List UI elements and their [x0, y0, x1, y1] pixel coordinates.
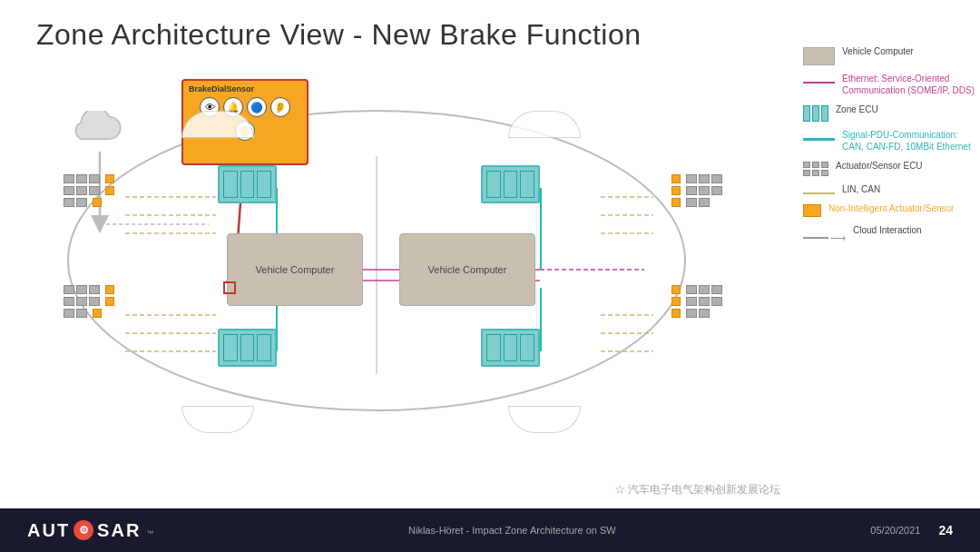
- footer: AUT ⚙ SAR ™ Niklas-Höret - Impact Zone A…: [0, 508, 980, 552]
- wheel-arch-front-left: [181, 406, 254, 433]
- left-bot-unit-row-3: [64, 309, 114, 318]
- logo-text-aut: AUT: [27, 520, 70, 541]
- zone-ecu-top-left: [218, 165, 277, 203]
- connections-overlay: [36, 65, 717, 456]
- legend-item-zone-ecu: Zone ECU: [803, 104, 980, 122]
- zone-ecu-top-right: [481, 165, 540, 203]
- legend-label-ethernet: Ethernet: Service-Oriented Communication…: [842, 73, 980, 96]
- right-side-units: [671, 174, 722, 318]
- footer-date: 05/20/2021: [870, 525, 920, 536]
- legend-label-nonintelligent: Non-Intelligent Actuator/Sensor: [828, 202, 954, 214]
- svg-point-0: [68, 111, 685, 410]
- right-bot-unit-row-3: [671, 309, 722, 318]
- legend-label-zone-ecu: Zone ECU: [836, 104, 878, 115]
- legend-item-actuator-ecu: Actuator/Sensor ECU: [803, 160, 980, 176]
- right-bot-unit-row-2: [671, 297, 722, 306]
- legend-symbol-vehicle-computer: [803, 47, 835, 65]
- footer-page: 24: [938, 523, 953, 537]
- legend-symbol-nonintelligent: [803, 204, 821, 217]
- legend-symbol-zone-ecu: [803, 105, 828, 122]
- left-top-unit-row-3: [64, 198, 114, 207]
- legend: Vehicle Computer Ethernet: Service-Orien…: [803, 45, 980, 251]
- legend-label-lin-can: LIN, CAN: [842, 183, 880, 195]
- vehicle-computer-right: Vehicle Computer: [399, 233, 535, 306]
- footer-right: 05/20/2021 24: [870, 523, 953, 537]
- left-bot-unit-row-2: [64, 297, 114, 306]
- left-top-unit-row-1: [64, 174, 114, 183]
- vehicle-computer-left: Vehicle Computer: [227, 233, 363, 306]
- slide: Zone Architecture View - New Brake Funct…: [0, 0, 980, 508]
- zone-ecu-bottom-right: [481, 329, 540, 367]
- legend-item-ethernet: Ethernet: Service-Oriented Communication…: [803, 73, 980, 96]
- logo-gear-icon: ⚙: [74, 520, 93, 540]
- legend-symbol-cloud: ⟶: [803, 226, 846, 244]
- logo-tm: ™: [146, 529, 153, 537]
- watermark: ☆ 汽车电子电气架构创新发展论坛: [614, 482, 780, 498]
- autosar-logo: AUT ⚙ SAR ™: [27, 520, 153, 541]
- legend-item-can: Signal-PDU-Communication: CAN, CAN-FD, 1…: [803, 129, 980, 153]
- brake-signal-indicator: [223, 281, 236, 294]
- legend-symbol-ethernet: [803, 74, 835, 84]
- legend-symbol-lin-can: [803, 185, 835, 194]
- yellow-actuator: [105, 174, 114, 183]
- diagram: BrakeDialSensor 👁 🔔 🔵 👂 🖐 Vehicle Comput…: [36, 65, 780, 456]
- left-bot-unit-row-1: [64, 285, 114, 294]
- right-top-unit-row-2: [671, 186, 722, 195]
- legend-label-can: Signal-PDU-Communication: CAN, CAN-FD, 1…: [842, 129, 980, 153]
- cloud-icon: [59, 111, 122, 152]
- left-top-unit-row-2: [64, 186, 114, 195]
- legend-item-cloud: ⟶ Cloud Interaction: [803, 224, 980, 244]
- left-side-units: [64, 174, 114, 318]
- legend-label-cloud: Cloud Interaction: [853, 224, 922, 236]
- legend-item-vehicle-computer: Vehicle Computer: [803, 45, 980, 65]
- footer-center-text: Niklas-Höret - Impact Zone Architecture …: [408, 525, 616, 536]
- legend-symbol-can: [803, 131, 835, 141]
- wheel-arch-rear-right: [508, 111, 581, 138]
- right-bot-unit-row-1: [671, 285, 722, 294]
- brake-icon-ear: 👂: [270, 97, 290, 117]
- legend-item-nonintelligent: Non-Intelligent Actuator/Sensor: [803, 202, 980, 217]
- brake-icon-dial: 🔵: [247, 97, 267, 117]
- zone-ecu-bottom-left: [218, 329, 277, 367]
- legend-item-lin-can: LIN, CAN: [803, 183, 980, 195]
- wheel-arch-front-right: [508, 406, 581, 433]
- right-top-unit-row-3: [671, 198, 722, 207]
- brake-sensor-title: BrakeDialSensor: [189, 84, 301, 94]
- legend-symbol-actuator-ecu: [803, 162, 828, 176]
- logo-text-sar: SAR: [97, 520, 141, 541]
- legend-label-vehicle-computer: Vehicle Computer: [842, 45, 914, 57]
- legend-label-actuator-ecu: Actuator/Sensor ECU: [836, 160, 923, 172]
- right-top-unit-row-1: [671, 174, 722, 183]
